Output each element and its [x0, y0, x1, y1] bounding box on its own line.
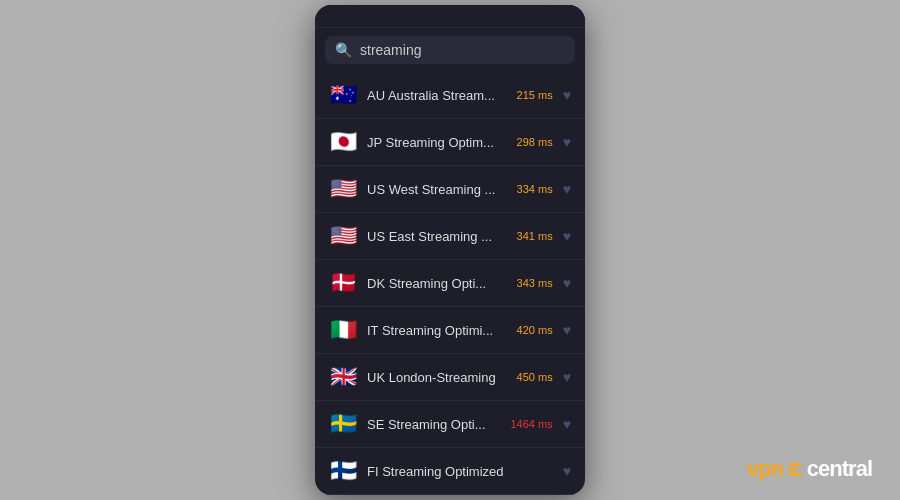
list-item[interactable]: 🇺🇸 US West Streaming ... 334 ms ♥ — [315, 166, 585, 213]
server-list: 🇦🇺 AU Australia Stream... 215 ms ♥ 🇯🇵 JP… — [315, 72, 585, 495]
favorite-icon[interactable]: ♥ — [563, 369, 571, 385]
latency-value: 215 ms — [517, 89, 553, 101]
server-name: AU Australia Stream... — [367, 88, 507, 103]
flag-icon: 🇩🇰 — [329, 270, 357, 296]
brand-lines-icon — [788, 463, 802, 476]
flag-icon: 🇬🇧 — [329, 364, 357, 390]
server-name: DK Streaming Opti... — [367, 276, 507, 291]
server-name: SE Streaming Opti... — [367, 417, 500, 432]
list-item[interactable]: 🇺🇸 US East Streaming ... 341 ms ♥ — [315, 213, 585, 260]
server-name: JP Streaming Optim... — [367, 135, 507, 150]
flag-icon: 🇺🇸 — [329, 176, 357, 202]
favorite-icon[interactable]: ♥ — [563, 416, 571, 432]
list-item[interactable]: 🇸🇪 SE Streaming Opti... 1464 ms ♥ — [315, 401, 585, 448]
flag-icon: 🇮🇹 — [329, 317, 357, 343]
favorite-icon[interactable]: ♥ — [563, 134, 571, 150]
brand-line-3 — [788, 473, 802, 476]
phone-container: 🔍 🇦🇺 AU Australia Stream... 215 ms ♥ 🇯🇵 … — [315, 5, 585, 495]
brand-line-2 — [788, 468, 798, 471]
flag-icon: 🇸🇪 — [329, 411, 357, 437]
server-name: US East Streaming ... — [367, 229, 507, 244]
server-name: US West Streaming ... — [367, 182, 507, 197]
brand-line-1 — [788, 463, 802, 466]
server-name: IT Streaming Optimi... — [367, 323, 507, 338]
favorite-icon[interactable]: ♥ — [563, 228, 571, 244]
server-name: FI Streaming Optimized — [367, 464, 553, 479]
branding: vpn central — [747, 456, 872, 482]
flag-icon: 🇺🇸 — [329, 223, 357, 249]
list-item[interactable]: 🇯🇵 JP Streaming Optim... 298 ms ♥ — [315, 119, 585, 166]
search-input[interactable] — [360, 42, 557, 58]
header — [315, 5, 585, 28]
favorite-icon[interactable]: ♥ — [563, 87, 571, 103]
favorite-icon[interactable]: ♥ — [563, 463, 571, 479]
brand-central-text: central — [807, 456, 872, 482]
latency-value: 1464 ms — [510, 418, 552, 430]
latency-value: 341 ms — [517, 230, 553, 242]
favorite-icon[interactable]: ♥ — [563, 181, 571, 197]
flag-icon: 🇫🇮 — [329, 458, 357, 484]
latency-value: 420 ms — [517, 324, 553, 336]
server-name: UK London-Streaming — [367, 370, 507, 385]
flag-icon: 🇦🇺 — [329, 82, 357, 108]
search-bar: 🔍 — [325, 36, 575, 64]
favorite-icon[interactable]: ♥ — [563, 322, 571, 338]
brand-vpn-text: vpn — [747, 456, 783, 482]
list-item[interactable]: 🇫🇮 FI Streaming Optimized ♥ — [315, 448, 585, 495]
list-item[interactable]: 🇩🇰 DK Streaming Opti... 343 ms ♥ — [315, 260, 585, 307]
favorite-icon[interactable]: ♥ — [563, 275, 571, 291]
latency-value: 298 ms — [517, 136, 553, 148]
list-item[interactable]: 🇦🇺 AU Australia Stream... 215 ms ♥ — [315, 72, 585, 119]
latency-value: 334 ms — [517, 183, 553, 195]
latency-value: 343 ms — [517, 277, 553, 289]
search-icon: 🔍 — [335, 42, 352, 58]
latency-value: 450 ms — [517, 371, 553, 383]
list-item[interactable]: 🇮🇹 IT Streaming Optimi... 420 ms ♥ — [315, 307, 585, 354]
list-item[interactable]: 🇬🇧 UK London-Streaming 450 ms ♥ — [315, 354, 585, 401]
flag-icon: 🇯🇵 — [329, 129, 357, 155]
